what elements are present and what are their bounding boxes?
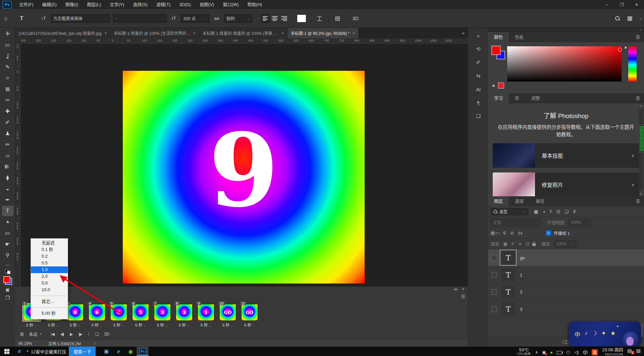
dock-icon[interactable]: ✐ [468, 57, 488, 68]
panel-tab[interactable]: 路径 [530, 196, 550, 206]
type-tool-icon[interactable]: T [18, 15, 25, 22]
dock-icon[interactable]: Al [468, 84, 488, 95]
restore-button[interactable]: ❐ [614, 0, 629, 9]
unify-icon[interactable]: ⚲ [503, 231, 506, 236]
blend-mode-select[interactable]: 正常⌄ [491, 219, 541, 226]
start-button[interactable] [0, 347, 13, 356]
frame-delay-select[interactable]: 5 秒 ⌄ [26, 322, 37, 327]
tool-button[interactable]: ʆ [2, 51, 13, 61]
delay-option-other[interactable]: 其它... [31, 298, 68, 305]
convert-timeline-icon[interactable]: ≣ [20, 331, 24, 337]
dock-icon[interactable]: ❏ [468, 110, 488, 122]
layer-name[interactable]: go [520, 255, 525, 260]
tray-chevron-icon[interactable]: ∧ [535, 350, 538, 355]
delay-option[interactable]: 10.0 [31, 287, 68, 293]
tutorial-card-basics[interactable]: 基本技能 › [493, 143, 639, 168]
panel-menu-icon[interactable]: ☰ [636, 32, 644, 42]
layer-filter-icon[interactable]: T [549, 209, 552, 214]
frame-delay-select[interactable]: 5 秒 ⌄ [135, 322, 146, 327]
action-center-icon[interactable]: ▤ [636, 348, 641, 353]
panel-tab[interactable]: 调整 [525, 93, 546, 103]
frame-delay-select[interactable]: 5 秒 ⌄ [244, 322, 255, 327]
tool-button[interactable]: ☛ [2, 239, 13, 249]
taskbar-app-edge[interactable]: e [112, 347, 124, 356]
tool-button[interactable]: ⚲ [2, 250, 13, 260]
volume-icon[interactable]: ◁) [574, 350, 579, 355]
ime-indicator[interactable]: 中 [583, 349, 588, 356]
panel-tab[interactable]: 颜色 [488, 32, 509, 42]
foreground-color-swatch[interactable] [3, 276, 10, 283]
lock-icon[interactable]: ✐ [511, 242, 515, 246]
layer-filter-icon[interactable]: ⊡ [556, 209, 560, 214]
menu-item[interactable]: 视图(V) [195, 0, 218, 9]
frame-delay-select[interactable]: 5 秒 ⌄ [113, 322, 124, 327]
animation-frame[interactable]: 3 8 5 秒 ⌄ [65, 302, 85, 327]
tool-button[interactable]: T [2, 206, 13, 216]
tab-close-icon[interactable]: × [193, 31, 196, 36]
loop-count-select[interactable]: 永远▼ [29, 331, 42, 337]
layer-thumbnail[interactable]: T [501, 302, 515, 316]
hue-slider[interactable] [628, 46, 637, 82]
font-size-select[interactable]: 200 点⌄ [181, 14, 210, 23]
frame-thumbnail[interactable]: GO [241, 304, 258, 321]
ime-toolbar-icon[interactable]: ☽ [592, 330, 597, 338]
visibility-checkbox[interactable] [491, 306, 497, 312]
antialias-select[interactable]: 锐利⌄ [224, 14, 253, 23]
cpu-temp[interactable]: 53°C CPU温度 [517, 348, 531, 355]
frame-thumbnail[interactable]: 3 [176, 304, 193, 321]
canvas-area[interactable]: 9 [21, 44, 468, 286]
animation-frame[interactable]: 11 GO 5 秒 ⌄ [240, 302, 259, 327]
panel-menu-icon[interactable]: ☰ [636, 93, 644, 103]
animation-frame[interactable]: 5 6 5 秒 ⌄ [109, 302, 128, 327]
tool-button[interactable]: ⌗ [2, 73, 13, 83]
animation-frame[interactable]: 8 3 5 秒 ⌄ [174, 302, 194, 327]
saturation-field[interactable] [507, 46, 622, 82]
delay-current-value[interactable]: 5.00 秒 [31, 310, 68, 317]
zoom-level[interactable]: 90.16% [18, 341, 32, 346]
align-left-button[interactable] [261, 14, 270, 23]
transport-button[interactable]: ◀| [60, 332, 64, 337]
sogou-icon[interactable]: S [592, 349, 598, 355]
menu-item[interactable]: 图层(L) [83, 0, 105, 9]
layer-filter-icon[interactable]: ❏ [565, 209, 569, 214]
lock-icon[interactable]: ▦ [503, 242, 507, 246]
transport-button[interactable]: ❏ [95, 332, 98, 337]
dock-icon[interactable]: ¶ [468, 97, 488, 108]
document-tab[interactable]: 未标题-1 @ 90.2% (go, RGB/8) * × [287, 28, 359, 38]
taskbar-app-browser[interactable]: ◉ [124, 347, 137, 356]
layer-name[interactable]: 1 [520, 272, 522, 277]
text-color-swatch[interactable] [297, 14, 306, 22]
ie-icon[interactable]: e [18, 348, 25, 354]
animation-frame[interactable]: 4 6 5 秒 ⌄ [87, 302, 107, 327]
tab-close-icon[interactable]: × [105, 31, 107, 36]
3d-button[interactable]: 3D [351, 16, 361, 21]
menu-item[interactable]: 图像(I) [61, 0, 83, 9]
layer-row[interactable]: T 3 [488, 301, 644, 318]
foreground-background-swatches[interactable] [2, 276, 13, 285]
frame-delay-select[interactable]: 5 秒 ⌄ [70, 322, 80, 327]
taskbar-app-outlook[interactable]: ▣ [100, 347, 112, 356]
document-tab[interactable]: 未标题-1-恢复的 @ 100% (生活的世界的… × [111, 28, 200, 38]
delay-option[interactable]: 无延迟 [31, 240, 68, 246]
home-icon[interactable]: ⌂ [2, 15, 9, 22]
tool-button[interactable]: ◒ [2, 184, 13, 194]
tray-360-icon[interactable]: ● [550, 350, 553, 355]
tab-close-icon[interactable]: × [281, 31, 284, 36]
menu-item[interactable]: 编辑(E) [38, 0, 61, 9]
document-tab[interactable]: )1421d814725e3cc667be8_tplv-obj-恢复的.jpg … [15, 28, 111, 38]
search-button[interactable]: 搜索一下 [69, 347, 96, 356]
timeline-collapse-icon[interactable]: ◂◂ [454, 287, 457, 291]
tool-button[interactable]: ⧫ [2, 172, 13, 183]
wifi-icon[interactable] [566, 351, 570, 354]
fill-select[interactable]: 100%⌄ [554, 240, 576, 248]
ime-toolbar-icon[interactable]: ♪ [585, 330, 588, 338]
workspace-chevron-icon[interactable]: ⌄ [637, 16, 644, 20]
delay-option[interactable]: 0.2 [31, 253, 68, 260]
frame-thumbnail[interactable]: 6 [89, 304, 105, 321]
layer-row[interactable]: T go [488, 249, 644, 266]
menu-item[interactable]: 文字(Y) [105, 0, 128, 9]
tab-close-icon[interactable]: × [353, 31, 355, 36]
layer-filter-icon[interactable]: ⚲ [573, 209, 576, 214]
align-center-button[interactable] [270, 14, 279, 23]
transport-button[interactable]: |▶ [78, 332, 82, 337]
